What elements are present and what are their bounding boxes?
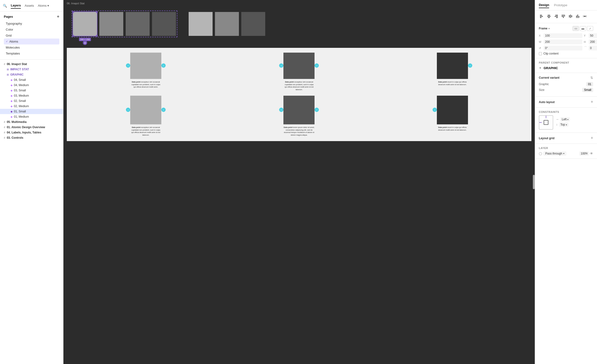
variant-value-size[interactable]: Small (582, 88, 593, 92)
nav-left-button[interactable]: ‹ (432, 108, 437, 112)
add-component-button[interactable]: + (83, 41, 87, 45)
page-item-color[interactable]: Color (4, 27, 59, 32)
data-card-2: ‹ › Data point excepteur sint occaecat c… (227, 53, 371, 91)
w-input[interactable] (544, 39, 582, 44)
page-item-templates[interactable]: Templates (4, 51, 59, 56)
tab-design[interactable]: Design (539, 2, 549, 8)
variant-row-graphic: Graphic 01 (539, 82, 593, 86)
blend-icon: ◯ (539, 152, 542, 155)
tab-prototype[interactable]: Prototype (554, 2, 567, 8)
constraints-inner-box (544, 120, 548, 125)
layer-item-02-medium[interactable]: ◆ 02, Medium (0, 104, 63, 109)
frame-portrait-button[interactable]: ▭ (573, 26, 579, 31)
page-label: Typography (6, 22, 22, 25)
h-field: H ⌀ (584, 39, 597, 44)
visibility-icon[interactable]: 👁 (590, 152, 593, 155)
opacity-input[interactable] (579, 152, 589, 156)
chevron-icon: ▾ (567, 118, 568, 121)
card-text: Data point esunt in culpa qui officia de… (437, 81, 468, 86)
layer-label: 03. Controls (7, 136, 23, 139)
variant-value-graphic[interactable]: 01 (586, 82, 593, 86)
layer-item-02-small[interactable]: ◆ 02, Small (0, 98, 63, 104)
layer-item-impact-stat[interactable]: ⊞ IMPACT STAT (0, 67, 63, 72)
radius-input[interactable] (589, 46, 597, 51)
tab-assets[interactable]: Assets (25, 3, 34, 8)
distribute-horizontal-button[interactable] (582, 13, 588, 19)
align-left-button[interactable] (539, 13, 545, 19)
svg-rect-16 (570, 15, 571, 18)
layer-item-05-multimedia[interactable]: # 05. Multimedia (0, 119, 63, 125)
add-page-button[interactable]: + (57, 14, 59, 19)
canvas-area[interactable]: 06. Imapct Stat 200 × 200 + (63, 0, 535, 364)
page-item-grid[interactable]: Grid (4, 32, 59, 38)
nav-left-button[interactable]: ‹ (279, 108, 283, 112)
layer-item-01-atomic[interactable]: # 01. Atomic Design Overview (0, 125, 63, 130)
nav-right-button[interactable]: › (314, 63, 319, 68)
x-input[interactable] (544, 33, 582, 38)
w-label: W (539, 40, 543, 43)
nav-left-button[interactable]: ‹ (126, 108, 130, 112)
align-middle-button[interactable] (567, 13, 573, 19)
alignment-section (535, 10, 597, 23)
h-input[interactable] (589, 39, 597, 44)
align-center-horizontal-button[interactable] (546, 13, 552, 19)
parent-component-section: Parent component ✦ GRAPHIC (535, 58, 597, 73)
tab-layers[interactable]: Layers (11, 3, 21, 9)
frame-expand-button[interactable]: ⤢ (587, 26, 593, 31)
page-item-typography[interactable]: Typography (4, 21, 59, 27)
nav-right-button[interactable]: › (468, 63, 472, 68)
frame-landscape-button[interactable]: ▬ (580, 26, 586, 31)
layer-item-graphic[interactable]: ⊞ GRAPHIC (0, 72, 63, 77)
layer-item-01-medium[interactable]: ◆ 01, Medium (0, 114, 63, 119)
variant-icon: ◆ (10, 89, 12, 92)
parent-comp-row: ✦ GRAPHIC (539, 66, 593, 70)
scroll-thumb[interactable] (533, 175, 535, 189)
variant-icon: ◆ (10, 94, 12, 97)
layer-item-03-controls[interactable]: # 03. Controls (0, 135, 63, 140)
layer-item-01-small[interactable]: ◆ 01, Small (0, 109, 63, 114)
clip-checkbox[interactable] (539, 52, 542, 55)
angle-input[interactable] (544, 46, 582, 51)
data-card-5: ‹ › Data point lorem ipsum dolor sit ame… (227, 96, 371, 136)
layer-item-06-imapct-stat[interactable]: # 06. Imapct Stat (0, 61, 63, 67)
layer-item-03-medium[interactable]: ◆ 03, Medium (0, 93, 63, 98)
layer-section-title: Layer (539, 147, 593, 150)
chevron-down-icon[interactable]: ▾ (548, 27, 550, 30)
nav-left-button[interactable]: ‹ (279, 63, 283, 68)
layer-label: GRAPHIC (10, 73, 24, 76)
add-layout-grid-button[interactable]: + (590, 136, 593, 141)
page-item-molecules[interactable]: Molecules (4, 45, 59, 51)
nav-right-button[interactable]: › (161, 108, 166, 112)
page-label: Atoms (9, 40, 18, 43)
variant-filter-icon[interactable]: ⇅ (590, 76, 593, 80)
canvas-scrollbar[interactable] (533, 0, 535, 364)
nav-right-button[interactable]: › (161, 63, 166, 68)
y-input[interactable] (589, 33, 597, 38)
layer-item-03-small[interactable]: ◆ 03, Small (0, 88, 63, 93)
align-top-button[interactable] (560, 13, 566, 19)
page-label: Color (6, 28, 13, 31)
add-auto-layout-button[interactable]: + (590, 99, 593, 105)
svg-rect-21 (576, 18, 579, 18)
radius-icon: ⌒ (584, 46, 588, 50)
search-icon[interactable]: 🔍 (3, 4, 7, 8)
layer-label: 04. Labels, Inputs, Tables (7, 131, 41, 134)
variant-icon: ◆ (10, 105, 12, 108)
guide-top (546, 116, 546, 118)
layer-row: ◯ Pass through ▾ 👁 (539, 152, 593, 156)
layer-item-04-small[interactable]: ◆ 04, Small (0, 77, 63, 83)
nav-right-button[interactable]: › (314, 108, 319, 112)
align-right-button[interactable] (553, 13, 559, 19)
tab-atoms[interactable]: Atoms ▾ (38, 3, 49, 8)
blend-mode-dropdown[interactable]: Pass through ▾ (543, 152, 566, 156)
parent-comp-name[interactable]: GRAPHIC (544, 66, 558, 70)
align-bottom-button[interactable] (575, 13, 581, 19)
nav-left-button[interactable]: ‹ (126, 63, 130, 68)
horizontal-constraint-dropdown[interactable]: Left ▾ (560, 117, 570, 121)
vertical-constraint-dropdown[interactable]: Top ▾ (559, 122, 568, 127)
frame-header: Frame ▾ ▭ ▬ ⤢ (539, 26, 593, 31)
card-text: Data point excepteur sint occaecat cupid… (130, 126, 161, 136)
layer-item-04-labels[interactable]: # 04. Labels, Inputs, Tables (0, 130, 63, 135)
layer-item-04-medium[interactable]: ◆ 04, Medium (0, 83, 63, 88)
page-item-atoms[interactable]: ✓ Atoms (4, 38, 59, 45)
